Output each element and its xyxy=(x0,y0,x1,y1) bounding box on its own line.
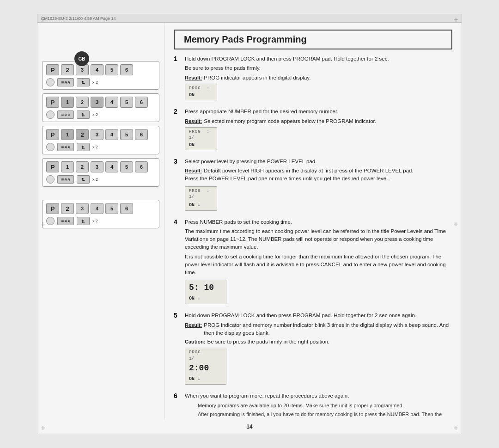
wave-btn-5[interactable]: ≋≋≋ xyxy=(57,217,74,225)
btn-3-2[interactable]: 3 xyxy=(91,97,103,108)
circle-btn[interactable] xyxy=(46,78,55,86)
circle-btn-4[interactable] xyxy=(46,175,55,184)
pad-diagram-3: ↗ P 1 2 3 4 5 6 ≋≋≋ ⇅ x 2 xyxy=(42,126,159,154)
btn-4-3[interactable]: 4 xyxy=(105,129,118,140)
step-5-number: 5 xyxy=(174,312,181,387)
btn-6[interactable]: 6 xyxy=(120,64,133,75)
step-3-result-label: Result: xyxy=(185,167,202,175)
pad-diagram-4: P 1 2 3 4 5 6 ≋≋≋ ⇅ x 2 xyxy=(42,158,159,187)
step-1-result: Result: PROG indicator appears in the di… xyxy=(185,74,452,82)
gb-badge: GB xyxy=(74,51,89,66)
p-button-4[interactable]: P xyxy=(46,161,59,172)
wave-btn-2[interactable]: ≋≋≋ xyxy=(57,110,74,119)
btn-3-4[interactable]: 3 xyxy=(91,161,103,172)
step-1-result-label: Result: xyxy=(185,74,202,82)
left-panel: ↗ P 2 3 4 5 6 ≋≋≋ ⇅ x 2 xyxy=(37,23,164,420)
btn-6-2[interactable]: 6 xyxy=(135,97,148,108)
pad-diagram-5: ↗ P 2 3 4 5 6 ≋≋≋ ⇅ x 2 xyxy=(42,200,159,228)
p-button-5[interactable]: P xyxy=(46,203,59,214)
btn-5[interactable]: 5 xyxy=(105,64,118,75)
display-5: PROG 1/ 2:00 ON ↓ xyxy=(185,348,226,385)
circle-btn-2[interactable] xyxy=(46,110,55,119)
display-3-prog: PROG : xyxy=(189,188,213,195)
btn-5-3[interactable]: 5 xyxy=(120,129,133,140)
btn-3-3[interactable]: 3 xyxy=(91,129,103,140)
circle-btn-3[interactable] xyxy=(46,143,55,151)
btn-4-2[interactable]: 4 xyxy=(105,97,118,108)
x2-label: x 2 xyxy=(92,80,98,85)
step-6-number: 6 xyxy=(174,392,181,420)
wave-btn-3[interactable]: ≋≋≋ xyxy=(57,143,74,151)
p-button-3[interactable]: P xyxy=(46,129,59,140)
step-5-result-label: Result: xyxy=(185,321,202,338)
arrows-btn-4[interactable]: ⇅ xyxy=(77,175,90,184)
step-1-number: 1 xyxy=(174,55,181,102)
step-4: 4 Press NUMBER pads to set the cooking t… xyxy=(174,218,452,307)
display-5-main: 2:00 xyxy=(189,362,222,374)
left-title-area xyxy=(42,30,159,57)
step-4-content: Press NUMBER pads to set the cooking tim… xyxy=(185,218,452,307)
pad-diagram-1: ↗ P 2 3 4 5 6 ≋≋≋ ⇅ x 2 xyxy=(42,61,159,90)
btn-6-4[interactable]: 6 xyxy=(135,161,148,172)
arrows-btn[interactable]: ⇅ xyxy=(77,78,90,86)
display-5-prog: PROG xyxy=(189,350,222,356)
step-3-content: Select power level by pressing the POWER… xyxy=(185,158,452,213)
step-2-content: Press appropriate NUMBER pad for the des… xyxy=(185,108,452,152)
step-1-result-text: PROG indicator appears in the digital di… xyxy=(204,74,310,82)
btn-5-4[interactable]: 5 xyxy=(120,161,133,172)
display-2-num: 1/ xyxy=(189,135,213,141)
arrows-btn-5[interactable]: ⇅ xyxy=(77,217,90,225)
btn-2-2[interactable]: 2 xyxy=(76,97,89,108)
step-6-para1: Memory programs are available up to 20 i… xyxy=(185,402,452,410)
btn-2-5[interactable]: 2 xyxy=(61,203,74,214)
step-5-content: Hold down PROGRAM LOCK and then press PR… xyxy=(185,312,452,387)
display-3-on: ON ↓ xyxy=(189,201,213,209)
page-header-bar: CM1029-EU-2 2/11/00 4:59 AM Page 14 xyxy=(37,14,462,23)
arrows-btn-3[interactable]: ⇅ xyxy=(77,143,90,151)
btn-4[interactable]: 4 xyxy=(91,64,103,75)
p-button[interactable]: P xyxy=(46,64,59,75)
step-4-number: 4 xyxy=(174,218,181,307)
step-2: 2 Press appropriate NUMBER pad for the d… xyxy=(174,108,452,152)
x2-label-3: x 2 xyxy=(92,145,98,149)
p-button-2[interactable]: P xyxy=(46,97,59,108)
btn-6-3[interactable]: 6 xyxy=(135,129,148,140)
step-3-number: 3 xyxy=(174,158,181,213)
step-2-result: Result: Selected memory program code app… xyxy=(185,117,452,125)
step-5-result-text: PROG indicator and memory number indicat… xyxy=(204,321,452,338)
btn-2-3[interactable]: 2 xyxy=(76,129,89,140)
step-4-main: Press NUMBER pads to set the cooking tim… xyxy=(185,218,452,226)
step-5: 5 Hold down PROGRAM LOCK and then press … xyxy=(174,312,452,387)
btn-4-4[interactable]: 4 xyxy=(105,161,118,172)
x2-label-4: x 2 xyxy=(92,177,98,182)
btn-1-4[interactable]: 1 xyxy=(61,161,74,172)
display-4-power-icon: ↓ xyxy=(197,295,201,301)
pad-diagram-2: ↗ P 1 2 3 4 5 6 ≋≋≋ ⇅ x 2 xyxy=(42,93,159,122)
step-1-main: Hold down PROGRAM LOCK and then press PR… xyxy=(185,55,452,63)
display-2: PROG : 1/ ON xyxy=(185,127,217,150)
btn-5-2[interactable]: 5 xyxy=(120,97,133,108)
display-2-prog: PROG : xyxy=(189,129,213,135)
btn-2-4[interactable]: 2 xyxy=(76,161,89,172)
btn-1-2[interactable]: 1 xyxy=(61,97,74,108)
step-3-result-text: Default power level HIGH appears in the … xyxy=(204,167,413,175)
step-6: 6 When you want to program more, repeat … xyxy=(174,392,452,420)
page-title-box: Memory Pads Programming xyxy=(174,30,452,49)
btn-4-5[interactable]: 4 xyxy=(91,203,103,214)
step-2-main: Press appropriate NUMBER pad for the des… xyxy=(185,108,452,116)
btn-2[interactable]: 2 xyxy=(61,64,74,75)
display-1-prog: PROG : xyxy=(189,86,213,92)
btn-6-5[interactable]: 6 xyxy=(120,203,133,214)
display-5-on: ON ↓ xyxy=(189,374,222,383)
reg-mark-r: + xyxy=(451,220,461,229)
step-5-caution: Caution: Be sure to press the pads firml… xyxy=(185,338,452,346)
x2-label-5: x 2 xyxy=(92,219,98,223)
wave-btn[interactable]: ≋≋≋ xyxy=(57,78,74,86)
arrows-btn-2[interactable]: ⇅ xyxy=(77,110,90,119)
wave-btn-4[interactable]: ≋≋≋ xyxy=(57,175,74,184)
x2-label-2: x 2 xyxy=(92,112,98,117)
btn-3-5[interactable]: 3 xyxy=(76,203,89,214)
btn-1-3[interactable]: 1 xyxy=(61,129,74,140)
step-3-main: Select power level by pressing the POWER… xyxy=(185,158,452,166)
btn-5-5[interactable]: 5 xyxy=(105,203,118,214)
